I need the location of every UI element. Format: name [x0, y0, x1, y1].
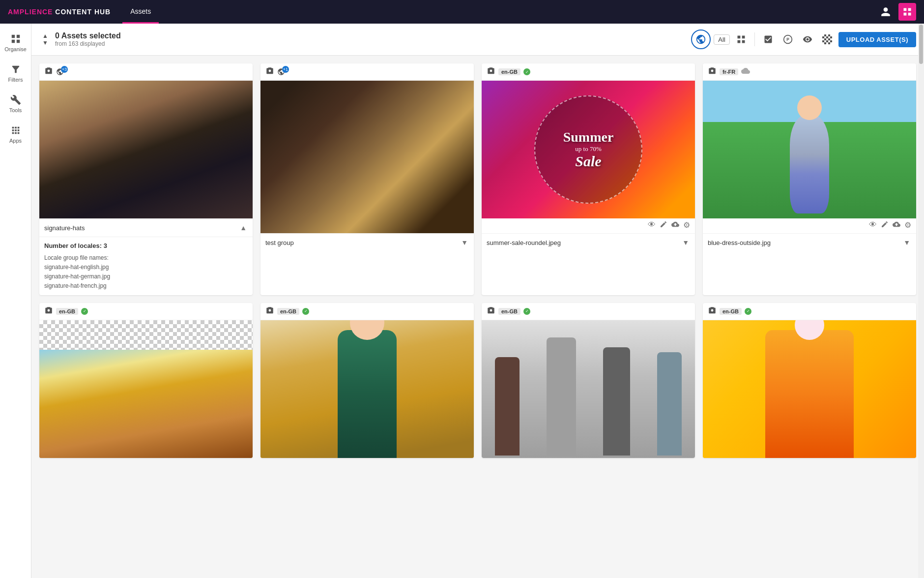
card-expand-button-2[interactable]: ▼	[460, 238, 469, 247]
nav-tab-assets[interactable]: Assets	[122, 0, 159, 24]
sidebar-tools-label: Tools	[9, 107, 22, 113]
card-header-7: en-GB ✓	[482, 303, 695, 320]
sidebar-apps-label: Apps	[9, 138, 22, 144]
app-logo: AMPLIENCE CONTENT HUB	[8, 8, 111, 16]
edit-action-icon-4[interactable]	[881, 220, 889, 230]
checkerboard-button[interactable]	[819, 31, 836, 48]
asset-card-1: +3 signature-hats ▲ Number of locales: 3…	[39, 63, 253, 295]
card-footer-2: test group ▼	[260, 233, 474, 251]
camera-icon-6	[265, 306, 274, 317]
status-dot-3: ✓	[523, 68, 530, 75]
toolbar-info: 0 Assets selected from 163 displayed	[55, 31, 121, 47]
preview-action-icon-3[interactable]: 👁	[648, 220, 656, 230]
locale-badge-5: en-GB	[56, 308, 78, 315]
globe-badge-1: +3	[56, 68, 64, 76]
top-nav-right	[877, 3, 916, 21]
edit-action-icon-3[interactable]	[660, 220, 667, 230]
toolbar-divider-1	[754, 32, 755, 46]
asset-card-4: fr-FR 👁 ⚙	[703, 63, 916, 295]
assets-grid: +3 signature-hats ▲ Number of locales: 3…	[31, 56, 924, 466]
sidebar-item-filters[interactable]: Filters	[0, 58, 31, 89]
toolbar-actions: All P UPLOAD ASSET(S)	[691, 30, 916, 49]
sidebar-item-organise[interactable]: Organise	[0, 28, 31, 58]
card-image-5	[39, 350, 253, 458]
card-info-file-3: signature-hat-french.jpg	[44, 281, 248, 291]
toolbar: ▲ ▼ 0 Assets selected from 163 displayed…	[31, 24, 924, 56]
asset-card-3: en-GB ✓ Summer up to 70% Sale 👁	[482, 63, 695, 295]
preview-action-icon-4[interactable]: 👁	[869, 220, 877, 230]
asset-card-8: en-GB ✓	[703, 303, 916, 458]
locale-badge-7: en-GB	[498, 308, 520, 315]
selected-count: 0 Assets selected	[55, 31, 121, 40]
card-actions-3: 👁 ⚙	[482, 218, 695, 233]
globe-filter-button[interactable]	[691, 30, 711, 49]
card-image-4	[703, 81, 916, 218]
locale-badge-3: en-GB	[498, 68, 520, 75]
sidebar-item-apps[interactable]: Apps	[0, 119, 31, 150]
card-expand-button-3[interactable]: ▼	[681, 238, 690, 247]
top-nav: AMPLIENCE CONTENT HUB Assets	[0, 0, 924, 24]
status-dot-8: ✓	[745, 308, 751, 315]
main-content: ▲ ▼ 0 Assets selected from 163 displayed…	[31, 24, 924, 578]
card-footer-3: summer-sale-roundel.jpeg ▼	[482, 233, 695, 251]
card-name-4: blue-dress-outside.jpg	[708, 239, 902, 246]
cloud-icon-4	[741, 66, 750, 77]
svg-text:P: P	[786, 37, 789, 42]
upload-action-icon-3[interactable]	[671, 220, 679, 230]
card-image-3: Summer up to 70% Sale	[482, 81, 695, 218]
sidebar-filters-label: Filters	[8, 77, 23, 83]
locale-badge-8: en-GB	[720, 308, 742, 315]
sort-button[interactable]: ▲ ▼	[39, 31, 51, 48]
locale-badge-6: en-GB	[277, 308, 299, 315]
sidebar: Organise Filters Tools Apps	[0, 24, 31, 578]
upload-assets-button[interactable]: UPLOAD ASSET(S)	[838, 32, 916, 47]
card-header-5: en-GB ✓	[39, 303, 253, 320]
sidebar-organise-label: Organise	[4, 46, 27, 52]
card-name-1: signature-hats	[44, 224, 239, 232]
card-header-4: fr-FR	[703, 63, 916, 81]
status-dot-6: ✓	[302, 308, 309, 315]
card-image-1	[39, 81, 253, 218]
card-info-file-2: signature-hat-german.jpg	[44, 272, 248, 281]
card-expand-button-4[interactable]: ▼	[902, 238, 911, 247]
preview-button[interactable]	[799, 31, 816, 48]
locale-count-1: +3	[61, 66, 68, 73]
asset-card-6: en-GB ✓	[260, 303, 474, 458]
upload-action-icon-4[interactable]	[893, 220, 900, 230]
card-image-8	[703, 320, 916, 458]
locale-count-2: +1	[282, 66, 289, 73]
settings-action-icon-3[interactable]: ⚙	[683, 220, 690, 230]
status-dot-7: ✓	[523, 308, 530, 315]
asset-card-7: en-GB ✓	[482, 303, 695, 458]
card-header-8: en-GB ✓	[703, 303, 916, 320]
globe-badge-2: +1	[277, 68, 285, 76]
card-footer-1: signature-hats ▲	[39, 218, 253, 237]
app-switcher-button[interactable]	[898, 3, 916, 21]
publish-button[interactable]: P	[780, 31, 796, 48]
camera-icon-5	[44, 306, 53, 317]
camera-icon-8	[708, 306, 717, 317]
card-header-6: en-GB ✓	[260, 303, 474, 320]
scrollbar[interactable]	[918, 24, 924, 578]
card-header-1: +3	[39, 63, 253, 81]
camera-icon-4	[708, 66, 717, 77]
card-footer-4: blue-dress-outside.jpg ▼	[703, 233, 916, 251]
locale-badge-4: fr-FR	[720, 68, 738, 75]
settings-action-icon-4[interactable]: ⚙	[904, 220, 911, 230]
displayed-count: from 163 displayed	[55, 40, 121, 47]
asset-card-2: +1 test group ▼	[260, 63, 474, 295]
card-image-7	[482, 320, 695, 458]
sidebar-item-tools[interactable]: Tools	[0, 89, 31, 119]
camera-icon-1	[44, 66, 53, 77]
card-image-6	[260, 320, 474, 458]
card-info-1: Number of locales: 3 Locale group file n…	[39, 237, 253, 295]
card-expand-button-1[interactable]: ▲	[239, 223, 248, 233]
user-profile-button[interactable]	[877, 3, 895, 21]
all-filter-button[interactable]: All	[714, 34, 729, 45]
card-info-file-1: signature-hat-english.jpg	[44, 263, 248, 272]
logo-brand: AMPLIENCE	[8, 8, 55, 16]
card-header-3: en-GB ✓	[482, 63, 695, 81]
grid-view-button[interactable]	[733, 31, 750, 48]
scrollbar-thumb[interactable]	[919, 25, 923, 64]
select-all-button[interactable]	[760, 31, 777, 48]
